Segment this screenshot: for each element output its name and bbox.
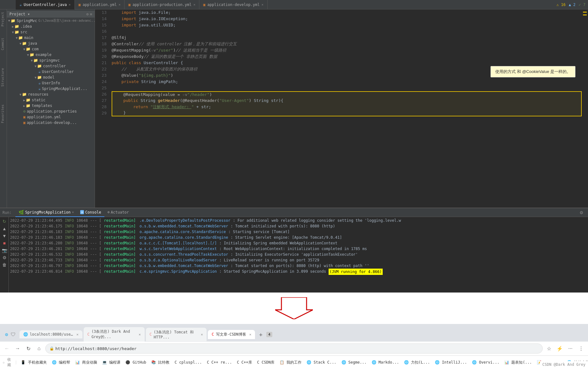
- project-label[interactable]: Project: [0, 9, 7, 29]
- bolt-btn[interactable]: ⚡: [555, 344, 564, 353]
- browser-tab-session[interactable]: 🌐 localhost:8080/user/session ✕: [19, 330, 82, 338]
- commit-label[interactable]: Commit: [0, 35, 7, 53]
- tree-item-java[interactable]: ▼ 📁 java: [7, 41, 95, 46]
- tab-close-btn[interactable]: ✕: [201, 332, 203, 337]
- run-restart-btn[interactable]: ↻: [1, 218, 8, 225]
- bookmarks-bar: ☆ 收藏 | 📱 手机收藏夹 🌐 编程帮 📊 商业动脑 💻 编程课 ⚫ GitH…: [0, 356, 588, 368]
- favorites-label[interactable]: Favorites: [0, 102, 7, 126]
- code-editor[interactable]: 13 14 15 16 17 18 19 20 21 22 23 24 25 2…: [95, 9, 582, 208]
- tab-close-icon[interactable]: ✕: [193, 3, 195, 6]
- tab-close-btn[interactable]: ✕: [249, 332, 252, 337]
- bookmark-business[interactable]: 📊 商业动脑: [74, 359, 98, 366]
- back-btn[interactable]: ←: [3, 344, 11, 353]
- run-stop-btn[interactable]: ■: [1, 240, 8, 246]
- tab-close-btn[interactable]: ✕: [76, 332, 79, 337]
- tree-item-templates[interactable]: ▶ 📁 templates: [7, 103, 95, 109]
- tree-item-static[interactable]: ▶ 📁 static: [7, 97, 95, 103]
- tree-action-btn[interactable]: ⚙: [86, 12, 89, 16]
- bookmark-coding-class[interactable]: 💻 编程课: [101, 359, 122, 366]
- chevron-icon: ▶: [23, 98, 25, 102]
- home-btn[interactable]: ⌂: [35, 344, 43, 353]
- tab-application-develop[interactable]: ▣ application-develop.yml ✕: [199, 0, 267, 9]
- run-scroll-up-btn[interactable]: ▲: [1, 226, 8, 232]
- run-tab-close[interactable]: ✕: [72, 210, 74, 214]
- bookmark-btn[interactable]: ☆: [545, 344, 553, 353]
- lock-icon: 🔒: [49, 346, 54, 351]
- ide-container: ☕ UserController.java ✕ ▣ application.ym…: [0, 0, 588, 208]
- run-camera-btn[interactable]: 📷: [1, 247, 8, 254]
- tree-item-app-properties[interactable]: ⚙ application.properties: [7, 109, 95, 114]
- new-tab-btn[interactable]: +: [256, 330, 265, 339]
- ide-main: Project Commit Structure Favorites Proje…: [0, 9, 588, 208]
- run-scroll-down-btn[interactable]: ▼: [1, 233, 8, 239]
- tree-item-springmvcapp[interactable]: ☕ SpringMvcApplicat...: [7, 86, 95, 92]
- run-log[interactable]: 2022-07-29 21:23:44.495 INFO 10648 --- […: [9, 217, 588, 293]
- bookmark-mobile[interactable]: 📱 手机收藏夹: [19, 359, 48, 366]
- more-btn[interactable]: ···: [566, 344, 575, 353]
- run-app-tab[interactable]: 🌿 SpringMvcApplication ✕: [15, 208, 77, 217]
- run-gear-icon[interactable]: ⚙: [580, 209, 585, 215]
- code-line-26: @RequestMapping(value = ☆v"/header"): [112, 91, 582, 98]
- tree-item-usercontroller[interactable]: ☕ UserController: [7, 69, 95, 75]
- tree-action-btn2[interactable]: ≡: [90, 12, 92, 16]
- bookmark-segment[interactable]: 🌐 Segme...: [340, 360, 368, 365]
- callout-text: 使用的方式 和 @CookieValue 是一样的。: [495, 69, 571, 74]
- bookmark-leetcode[interactable]: 🌐 力扣(L...: [403, 359, 431, 366]
- tree-item-src[interactable]: ▼ 📁 src: [7, 29, 95, 35]
- bookmark-intellij[interactable]: 🌐 IntelliJ...: [434, 360, 468, 365]
- run-settings-btn[interactable]: ⚙: [1, 254, 8, 261]
- tab-close-icon[interactable]: ✕: [69, 3, 71, 6]
- browser-tab-csdn[interactable]: C 写文章-CSDN博客 ✕: [208, 330, 255, 339]
- bookmark-table[interactable]: 📊 题表知(...: [503, 359, 533, 366]
- bookmark-stackoverflow[interactable]: 🌐 Stack C...: [305, 360, 337, 365]
- code-lines[interactable]: import java.io.File; import java.io.IOEx…: [109, 9, 582, 208]
- tab-application-production[interactable]: ▣ application-production.yml ✕: [125, 0, 199, 9]
- tree-item-userinfo[interactable]: ☕ UserInfo: [7, 80, 95, 86]
- tree-item-main[interactable]: ▼ 📁 main: [7, 35, 95, 41]
- tree-item-springmvc[interactable]: ▼ 📁 SpringMvc G:\Java语言\java-ee-advanc..…: [7, 18, 95, 24]
- tab-close-icon[interactable]: ✕: [262, 3, 263, 6]
- browser-tab-dark[interactable]: C (3条消息) Dark And Grey的... ✕: [84, 327, 145, 342]
- bookmark-markdown[interactable]: 🌐 Markdo...: [370, 360, 400, 365]
- run-tab-console[interactable]: ≡ Console: [77, 208, 104, 217]
- tree-item-resources[interactable]: ▼ 📁 resources: [7, 92, 95, 97]
- browser-tab-tomcat[interactable]: C (3条消息) Tomcat 和 HTTP... ✕: [146, 328, 207, 341]
- bookmark-csdn[interactable]: C CSDN库: [256, 359, 276, 366]
- tree-item-label: UserInfo: [42, 81, 60, 85]
- tree-item-idea[interactable]: ▶ 📁 .idea: [7, 24, 95, 29]
- tree-header: Project ▾ ⚙ ≡: [7, 11, 95, 18]
- code-line-25: [112, 85, 582, 91]
- tree-item-model[interactable]: ▼ 📁 model: [7, 75, 95, 80]
- url-bar[interactable]: 🔒 http://localhost:8080/user/header: [45, 343, 543, 354]
- bookmark-bitedu[interactable]: 📚 比特教: [150, 359, 171, 366]
- tab-usercontroller[interactable]: ☕ UserController.java ✕: [16, 0, 75, 9]
- code-line-15: import java.util.UUID;: [112, 22, 582, 28]
- refresh-btn[interactable]: ↻: [24, 344, 33, 353]
- url-text[interactable]: http://localhost:8080/user/header: [55, 346, 136, 351]
- tree-item-app-yml[interactable]: ▣ application.yml: [7, 114, 95, 120]
- settings-btn[interactable]: ⋮: [577, 344, 585, 353]
- forward-btn[interactable]: →: [13, 344, 22, 353]
- bookmark-cpplib[interactable]: C C++库: [236, 359, 253, 366]
- tree-item-com[interactable]: ▼ 📁 com: [7, 46, 95, 52]
- tab-close-icon[interactable]: ✕: [119, 3, 120, 6]
- run-clear-btn[interactable]: 🗑: [1, 262, 8, 268]
- bookmark-overview[interactable]: 🌐 Overvi...: [471, 360, 501, 365]
- line-num: 19: [95, 47, 107, 53]
- tree-item-example[interactable]: ▼ 📁 example: [7, 52, 95, 58]
- run-tab-actuator[interactable]: ⚙ Actuator: [104, 208, 132, 217]
- shield-icon: 🛡: [11, 332, 16, 337]
- tab-label: (3条消息) Dark And Grey的...: [92, 329, 136, 340]
- structure-label[interactable]: Structure: [0, 65, 7, 89]
- bookmark-cplus[interactable]: C cpluspl...: [173, 360, 203, 365]
- tab-close-btn[interactable]: ✕: [139, 332, 141, 337]
- tree-item-app-develop[interactable]: ▣ application-develop...: [7, 120, 95, 125]
- tree-item-springmvc-pkg[interactable]: ▼ 📁 springmvc: [7, 58, 95, 63]
- bookmark-mywork[interactable]: 📋 我的工作: [278, 359, 303, 366]
- bookmark-github[interactable]: ⚫ GitHub: [124, 360, 147, 365]
- bookmark-biancheng[interactable]: 🌐 编程帮: [51, 359, 71, 366]
- tab-application-yml[interactable]: ▣ application.yml ✕: [75, 0, 125, 9]
- tree-item-controller[interactable]: ▼ 📁 controller: [7, 63, 95, 69]
- folder-icon: 📁: [33, 58, 38, 63]
- bookmark-cppref[interactable]: C C++ re...: [206, 360, 233, 365]
